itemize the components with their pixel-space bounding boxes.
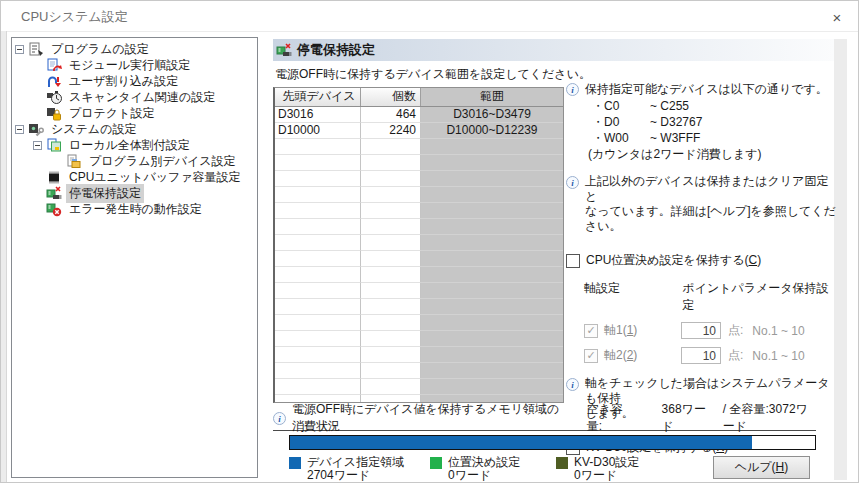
- table-row-empty[interactable]: [275, 139, 563, 155]
- legend-value: 0ワード: [448, 469, 520, 482]
- table-cell-empty[interactable]: [275, 315, 361, 331]
- table-row-empty[interactable]: [275, 235, 563, 251]
- table-cell-empty[interactable]: [421, 363, 563, 379]
- table-row-empty[interactable]: [275, 315, 563, 331]
- table-header-row: 先頭デバイス 個数 範囲: [275, 88, 563, 107]
- table-row-empty[interactable]: [275, 171, 563, 187]
- cpu-positioning-retain-checkbox[interactable]: [566, 254, 580, 268]
- legend-item: 位置決め設定0ワード: [430, 456, 520, 482]
- table-row-empty[interactable]: [275, 203, 563, 219]
- consumption-status-row: 電源OFF時にデバイス値を保持するメモリ領域の消費状況 空き容量: 368ワード…: [273, 409, 818, 426]
- device-cell[interactable]: D10000: [275, 123, 361, 139]
- table-row-empty[interactable]: [275, 299, 563, 315]
- table-row[interactable]: D10000 2240 D10000~D12239: [275, 123, 563, 139]
- table-row-empty[interactable]: [275, 155, 563, 171]
- table-cell-empty[interactable]: [361, 155, 421, 171]
- axis-settings-group: 軸設定 ポイントパラメータ保持設定 ✓ 軸1(1) 10 点: No.1 ~ 1…: [584, 280, 838, 364]
- table-cell-empty[interactable]: [275, 299, 361, 315]
- table-cell-empty[interactable]: [275, 155, 361, 171]
- table-cell-empty[interactable]: [421, 379, 563, 395]
- table-cell-empty[interactable]: [421, 219, 563, 235]
- table-cell-empty[interactable]: [421, 235, 563, 251]
- table-cell-empty[interactable]: [421, 331, 563, 347]
- table-cell-empty[interactable]: [275, 139, 361, 155]
- table-row[interactable]: D3016 464 D3016~D3479: [275, 107, 563, 123]
- table-cell-empty[interactable]: [275, 363, 361, 379]
- tree-item-error-action[interactable]: エラー発生時の動作設定: [12, 201, 257, 217]
- memory-consumption-section: 電源OFF時にデバイス値を保持するメモリ領域の消費状況 空き容量: 368ワード…: [273, 409, 818, 483]
- table-cell-empty[interactable]: [275, 219, 361, 235]
- table-cell-empty[interactable]: [361, 363, 421, 379]
- table-row-empty[interactable]: [275, 347, 563, 363]
- count-cell[interactable]: 464: [361, 107, 421, 123]
- tree-item-label: エラー発生時の動作設定: [66, 200, 205, 219]
- help-button-label: ヘルプ(H): [735, 459, 789, 476]
- table-cell-empty[interactable]: [361, 347, 421, 363]
- legend-value: 2704ワード: [307, 469, 404, 482]
- table-cell-empty[interactable]: [361, 379, 421, 395]
- cpu-buffer-icon: [46, 170, 62, 185]
- table-cell-empty[interactable]: [361, 299, 421, 315]
- table-row-empty[interactable]: [275, 331, 563, 347]
- info-icon: [566, 378, 579, 391]
- table-row-empty[interactable]: [275, 283, 563, 299]
- column-header-range[interactable]: 範囲: [421, 88, 563, 106]
- table-cell-empty[interactable]: [361, 251, 421, 267]
- table-cell-empty[interactable]: [421, 283, 563, 299]
- point-parameter-header: ポイントパラメータ保持設定: [682, 280, 838, 314]
- table-cell-empty[interactable]: [421, 251, 563, 267]
- table-cell-empty[interactable]: [361, 219, 421, 235]
- table-cell-empty[interactable]: [421, 203, 563, 219]
- table-row-empty[interactable]: [275, 187, 563, 203]
- table-cell-empty[interactable]: [421, 299, 563, 315]
- table-cell-empty[interactable]: [275, 203, 361, 219]
- device-cell[interactable]: D3016: [275, 107, 361, 123]
- table-cell-empty[interactable]: [361, 187, 421, 203]
- power-retention-icon: [276, 43, 292, 58]
- device-range: ~ W3FFF: [650, 131, 700, 146]
- table-row-empty[interactable]: [275, 363, 563, 379]
- help-button[interactable]: ヘルプ(H): [713, 456, 810, 479]
- column-header-device[interactable]: 先頭デバイス: [275, 88, 361, 106]
- table-cell-empty[interactable]: [275, 331, 361, 347]
- table-cell-empty[interactable]: [421, 267, 563, 283]
- table-cell-empty[interactable]: [275, 251, 361, 267]
- info-icon: [273, 412, 286, 425]
- table-cell-empty[interactable]: [361, 331, 421, 347]
- table-cell-empty[interactable]: [421, 347, 563, 363]
- table-cell-empty[interactable]: [361, 235, 421, 251]
- table-cell-empty[interactable]: [361, 283, 421, 299]
- table-cell-empty[interactable]: [421, 187, 563, 203]
- close-button[interactable]: ×: [824, 5, 850, 29]
- legend-item: デバイス指定領域2704ワード: [289, 456, 404, 482]
- power-retention-icon: [46, 186, 62, 201]
- table-cell-empty[interactable]: [275, 187, 361, 203]
- table-cell-empty[interactable]: [421, 315, 563, 331]
- axis1-points-range: No.1 ~ 10: [752, 324, 804, 338]
- table-row-empty[interactable]: [275, 267, 563, 283]
- table-cell-empty[interactable]: [421, 171, 563, 187]
- table-cell-empty[interactable]: [275, 379, 361, 395]
- table-cell-empty[interactable]: [275, 235, 361, 251]
- count-cell[interactable]: 2240: [361, 123, 421, 139]
- table-cell-empty[interactable]: [361, 139, 421, 155]
- table-row-empty[interactable]: [275, 219, 563, 235]
- table-cell-empty[interactable]: [361, 171, 421, 187]
- table-cell-empty[interactable]: [275, 283, 361, 299]
- table-cell-empty[interactable]: [275, 267, 361, 283]
- table-row-empty[interactable]: [275, 379, 563, 395]
- collapse-expander-icon[interactable]: [15, 45, 24, 54]
- table-cell-empty[interactable]: [361, 315, 421, 331]
- table-cell-empty[interactable]: [361, 267, 421, 283]
- collapse-expander-icon[interactable]: [15, 125, 24, 134]
- device-name: ・C0: [592, 99, 650, 114]
- table-cell-empty[interactable]: [421, 155, 563, 171]
- column-header-count[interactable]: 個数: [361, 88, 421, 106]
- retainable-note-text: 保持指定可能なデバイスは以下の通りです。: [585, 81, 828, 98]
- table-row-empty[interactable]: [275, 251, 563, 267]
- collapse-expander-icon[interactable]: [33, 141, 42, 150]
- table-cell-empty[interactable]: [421, 139, 563, 155]
- table-cell-empty[interactable]: [361, 203, 421, 219]
- table-cell-empty[interactable]: [275, 347, 361, 363]
- table-cell-empty[interactable]: [275, 171, 361, 187]
